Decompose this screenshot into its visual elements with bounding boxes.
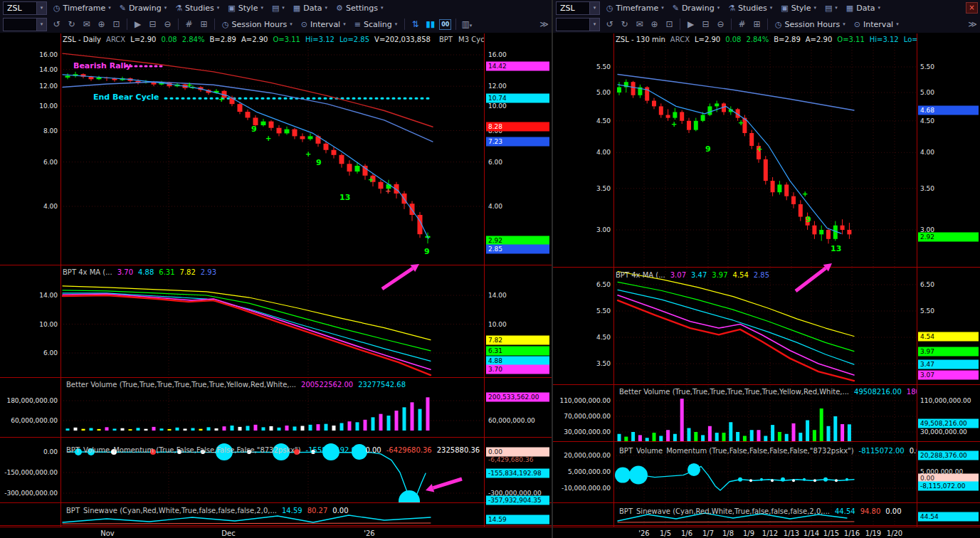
trading-workspace: ZSL▾◷Timeframe▾✎Drawing▾⚗Studies▾▣Style▾… bbox=[0, 0, 980, 538]
symbol-combo[interactable]: ZSL▾ bbox=[556, 1, 600, 15]
snapshot-icon[interactable]: ⊡ bbox=[662, 19, 677, 29]
close-icon[interactable]: × bbox=[966, 2, 978, 14]
count-annotation: 9 bbox=[806, 216, 811, 223]
layout-menu-button[interactable]: ▤▾ bbox=[268, 0, 289, 16]
secondary-combo[interactable]: ▾ bbox=[556, 18, 600, 31]
layout-grid-icon[interactable]: ⊞ bbox=[749, 19, 764, 29]
session-hours-menu-button[interactable]: ◷Session Hours▾ bbox=[771, 16, 850, 33]
settings-menu-button[interactable]: ⚙Settings▾ bbox=[332, 0, 388, 16]
y-axis-label: 6.00 bbox=[0, 349, 58, 357]
style-menu-button[interactable]: ▣Style▾ bbox=[223, 0, 268, 16]
studies-menu-button[interactable]: ⚗Studies▾ bbox=[171, 0, 223, 16]
pointer-icon[interactable]: ▶ bbox=[130, 19, 145, 29]
chevron-down-icon: ▾ bbox=[896, 21, 899, 27]
toolbar-separator bbox=[214, 19, 215, 30]
clock-icon: ◷ bbox=[606, 4, 613, 13]
snapshot-icon[interactable]: ⊡ bbox=[109, 19, 124, 29]
arrows-updown-icon[interactable]: ⇅ bbox=[408, 19, 423, 29]
y-axis-label: 6.00 bbox=[0, 159, 58, 166]
save-icon[interactable]: ⊟ bbox=[145, 19, 160, 29]
flask-icon: ⚗ bbox=[175, 4, 182, 13]
axis-price-label: 5.00 bbox=[918, 88, 979, 97]
more-icon[interactable]: ≫ bbox=[965, 19, 980, 29]
y-axis-label: 0.00 bbox=[0, 448, 58, 455]
price-label: 200,533,562.00 bbox=[486, 393, 549, 402]
message-icon[interactable]: ✉ bbox=[632, 19, 647, 29]
chevron-down-icon: ▾ bbox=[395, 21, 398, 27]
undo-icon[interactable]: ↺ bbox=[602, 19, 617, 29]
toolbar-separator bbox=[455, 19, 456, 30]
study-label: BPT 4x MA (...3.073.473.974.542.85 bbox=[616, 271, 917, 279]
axis-price-label: 4.50 bbox=[918, 116, 979, 125]
undo-icon[interactable]: ↺ bbox=[49, 19, 64, 29]
secondary-combo[interactable]: ▾ bbox=[3, 18, 47, 31]
doji-marker: + bbox=[218, 96, 224, 103]
x-axis-label: 1/5 bbox=[660, 529, 671, 537]
window-divider[interactable] bbox=[552, 0, 553, 538]
price-label: 14.42 bbox=[486, 61, 549, 70]
symbol-lookup-icon[interactable]: # bbox=[181, 19, 196, 29]
y-axis-label: -300,000,000.00 bbox=[0, 490, 58, 497]
decimals-icon[interactable]: 00 bbox=[439, 19, 451, 30]
style-menu-button[interactable]: ▣Style▾ bbox=[776, 0, 821, 16]
drawing-menu-button[interactable]: ✎Drawing▾ bbox=[668, 0, 724, 16]
chevron-down-icon: ▾ bbox=[878, 5, 881, 11]
zoom-out-icon[interactable]: ⊖ bbox=[160, 19, 175, 29]
interval-icon: ⊙ bbox=[854, 20, 860, 29]
layout-menu-button[interactable]: ▤▾ bbox=[821, 0, 842, 16]
layout-grid-icon[interactable]: ⊞ bbox=[196, 19, 211, 29]
price-label: 4.68 bbox=[918, 105, 979, 115]
drawing-menu-button[interactable]: ✎Drawing▾ bbox=[115, 0, 171, 16]
bar-type-icon[interactable]: ▥▾ bbox=[459, 19, 474, 29]
chart-area: 16.0014.0012.0010.008.006.004.0016.0012.… bbox=[0, 0, 552, 538]
menu-label: Settings bbox=[346, 4, 378, 13]
price-label: 4.54 bbox=[918, 332, 979, 341]
price-label: 49,508,216.00 bbox=[918, 419, 979, 428]
timeframe-menu-button[interactable]: ◷Timeframe▾ bbox=[602, 0, 668, 16]
symbol-combo[interactable]: ZSL▾ bbox=[3, 1, 47, 15]
redo-icon[interactable]: ↻ bbox=[617, 19, 632, 29]
price-label: 2.85 bbox=[486, 245, 549, 254]
interval-menu-button[interactable]: ⊙Interval▾ bbox=[850, 16, 903, 33]
message-icon[interactable]: ✉ bbox=[79, 19, 94, 29]
redo-icon[interactable]: ↻ bbox=[64, 19, 79, 29]
y-axis-label: 3.50 bbox=[553, 185, 611, 192]
combo-dropdown-icon[interactable]: ▾ bbox=[589, 2, 599, 14]
timeframe-menu-button[interactable]: ◷Timeframe▾ bbox=[49, 0, 115, 16]
chart-area: 5.505.004.504.003.503.005.505.004.504.00… bbox=[553, 0, 980, 538]
save-icon[interactable]: ⊟ bbox=[698, 19, 713, 29]
session-hours-menu-button[interactable]: ◷Session Hours▾ bbox=[218, 16, 297, 33]
candlestick-icon[interactable]: ▮▮ bbox=[423, 19, 438, 29]
price-label: 14.59 bbox=[486, 515, 549, 524]
more-icon[interactable]: ≫ bbox=[537, 19, 552, 29]
plot-ma[interactable] bbox=[60, 266, 484, 377]
data-icon: ▦ bbox=[293, 4, 300, 13]
study-label: _BPT_Sinewave (Cyan,Red,White,True,false… bbox=[616, 507, 917, 515]
chevron-down-icon: ▾ bbox=[661, 5, 664, 11]
data-menu-button[interactable]: ▦Data▾ bbox=[842, 0, 885, 16]
flask-icon: ⚗ bbox=[728, 4, 735, 13]
data-menu-button[interactable]: ▦Data▾ bbox=[289, 0, 332, 16]
count-annotation: 9 bbox=[424, 248, 430, 255]
combo-dropdown-icon[interactable]: ▾ bbox=[589, 19, 599, 31]
zoom-out-icon[interactable]: ⊖ bbox=[713, 19, 728, 29]
pointer-icon[interactable]: ▶ bbox=[683, 19, 698, 29]
doji-marker: + bbox=[305, 151, 311, 158]
x-axis-label: '26 bbox=[638, 529, 649, 537]
symbol-lookup-icon[interactable]: # bbox=[734, 19, 749, 29]
plot-main[interactable] bbox=[613, 33, 917, 267]
study-label: _Better Volume (True,True,True,True,True… bbox=[616, 388, 917, 396]
zoom-in-icon[interactable]: ⊕ bbox=[647, 19, 662, 29]
y-axis-label: 5.00 bbox=[553, 89, 611, 96]
interval-menu-button[interactable]: ⊙Interval▾ bbox=[297, 16, 350, 33]
plot-ma[interactable] bbox=[613, 268, 917, 384]
zoom-in-icon[interactable]: ⊕ bbox=[94, 19, 109, 29]
toolbar-separator bbox=[404, 19, 405, 30]
combo-dropdown-icon[interactable]: ▾ bbox=[36, 2, 46, 14]
studies-menu-button[interactable]: ⚗Studies▾ bbox=[724, 0, 776, 16]
pencil-icon: ✎ bbox=[673, 4, 679, 13]
combo-dropdown-icon[interactable]: ▾ bbox=[36, 19, 46, 31]
scaling-menu-button[interactable]: ≡Scaling▾ bbox=[350, 16, 402, 33]
menu-label: Timeframe bbox=[63, 4, 106, 13]
scaling-icon: ≡ bbox=[354, 20, 361, 29]
